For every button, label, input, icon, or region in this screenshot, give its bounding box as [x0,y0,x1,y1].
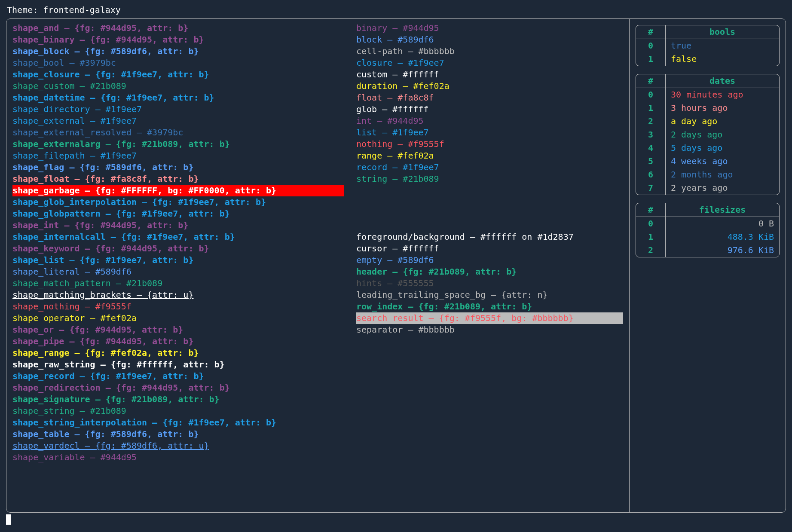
row-index: 2 [636,115,666,128]
types-list: binary – #944d95block – #589df6cell-path… [356,22,623,185]
theme-entry-search_result: search_result – {fg: #f9555f, bg: #bbbbb… [356,312,623,324]
theme-entry-shape_operator: shape_operator – #fef02a [12,312,344,324]
theme-entry-shape_raw_string: shape_raw_string – {fg: #ffffff, attr: b… [12,359,344,370]
col-index-header: # [636,25,666,39]
table-row: 2976.6 KiB [636,244,779,257]
table-row: 1false [636,52,779,66]
theme-entry-shape_internalcall: shape_internalcall – {fg: #1f9ee7, attr:… [12,231,344,243]
col-index-header: # [636,203,666,217]
theme-entry-shape_signature: shape_signature – {fg: #21b089, attr: b} [12,394,344,405]
title-prefix: Theme: [7,5,43,15]
theme-entry-shape_string: shape_string – #21b089 [12,405,344,417]
terminal-cursor [6,514,11,525]
examples-column: # bools 0true1false # dates 030 minutes … [630,19,786,512]
row-value: 488.3 KiB [666,230,780,244]
theme-entry-shape_bool: shape_bool – #3979bc [12,57,344,69]
table-row: 0true [636,39,779,53]
theme-entry-shape_datetime: shape_datetime – {fg: #1f9ee7, attr: b} [12,92,344,104]
misc-list: foreground/background – #ffffff on #1d28… [356,231,623,336]
row-index: 3 [636,128,666,141]
theme-entry-shape_flag: shape_flag – {fg: #589df6, attr: b} [12,162,344,173]
table-row: 32 days ago [636,128,779,141]
theme-entry-shape_external: shape_external – #1f9ee7 [12,115,344,127]
theme-entry-shape_custom: shape_custom – #21b089 [12,80,344,92]
row-index: 0 [636,88,666,102]
table-row: 1488.3 KiB [636,230,779,244]
row-index: 7 [636,181,666,195]
table-row: 45 days ago [636,141,779,155]
theme-entry-cursor: cursor – #ffffff [356,243,623,254]
row-value: 2 years ago [666,181,780,195]
row-value: false [666,52,780,66]
row-value: 5 days ago [666,141,780,155]
row-value: 0 B [666,217,780,231]
theme-entry-shape_glob_interpolation: shape_glob_interpolation – {fg: #1f9ee7,… [12,196,344,208]
theme-entry-shape_externalarg: shape_externalarg – {fg: #21b089, attr: … [12,138,344,150]
shapes-column: shape_and – {fg: #944d95, attr: b}shape_… [6,19,350,512]
row-value: 4 weeks ago [666,155,780,168]
types-misc-column: binary – #944d95block – #589df6cell-path… [350,19,630,512]
theme-entry-shape_or: shape_or – {fg: #944d95, attr: b} [12,324,344,336]
spacer [356,185,623,231]
theme-entry-record: record – #1f9ee7 [356,162,623,173]
row-index: 5 [636,155,666,168]
theme-entry-shape_table: shape_table – {fg: #589df6, attr: b} [12,428,344,440]
table-row: 13 hours ago [636,101,779,115]
table-row: 54 weeks ago [636,155,779,168]
table-row: 2a day ago [636,115,779,128]
table-row: 00 B [636,217,779,231]
bools-header: bools [666,25,780,39]
row-index: 2 [636,244,666,257]
theme-entry-shape_string_interpolation: shape_string_interpolation – {fg: #1f9ee… [12,417,344,428]
theme-entry-shape_directory: shape_directory – #1f9ee7 [12,104,344,115]
row-value: 2 days ago [666,128,780,141]
dates-table: # dates 030 minutes ago13 hours ago2a da… [636,74,780,195]
row-index: 0 [636,39,666,53]
theme-entry-hints: hints – #555555 [356,278,623,289]
row-value: 3 hours ago [666,101,780,115]
theme-entry-float: float – #fa8c8f [356,92,623,104]
theme-entry-separator: separator – #bbbbbb [356,324,623,336]
row-value: 976.6 KiB [666,244,780,257]
theme-entry-shape_globpattern: shape_globpattern – {fg: #1f9ee7, attr: … [12,208,344,220]
theme-entry-shape_nothing: shape_nothing – #f9555f [12,301,344,312]
theme-entry-shape_keyword: shape_keyword – {fg: #944d95, attr: b} [12,243,344,254]
table-row: 72 years ago [636,181,779,195]
theme-entry-cell-path: cell-path – #bbbbbb [356,46,623,57]
theme-entry-list: list – #1f9ee7 [356,127,623,138]
row-index: 0 [636,217,666,231]
theme-entry-empty: empty – #589df6 [356,254,623,266]
bools-table: # bools 0true1false [636,25,780,66]
theme-entry-shape_literal: shape_literal – #589df6 [12,266,344,278]
theme-entry-shape_pipe: shape_pipe – {fg: #944d95, attr: b} [12,336,344,347]
row-index: 1 [636,52,666,66]
theme-entry-binary: binary – #944d95 [356,22,623,34]
theme-entry-shape_record: shape_record – {fg: #1f9ee7, attr: b} [12,370,344,382]
theme-entry-shape_int: shape_int – {fg: #944d95, attr: b} [12,220,344,231]
theme-title: Theme: frontend-galaxy [7,4,786,16]
theme-entry-range: range – #fef02a [356,150,623,162]
row-value: 30 minutes ago [666,88,780,102]
filesizes-header: filesizes [666,203,780,217]
theme-entry-shape_and: shape_and – {fg: #944d95, attr: b} [12,22,344,34]
theme-entry-custom: custom – #ffffff [356,69,623,80]
theme-entry-shape_vardecl: shape_vardecl – {fg: #589df6, attr: u} [12,440,344,452]
theme-entry-shape_closure: shape_closure – {fg: #1f9ee7, attr: b} [12,69,344,80]
theme-entry-foreground/background: foreground/background – #ffffff on #1d28… [356,231,623,243]
theme-entry-shape_variable: shape_variable – #944d95 [12,452,344,463]
row-index: 4 [636,141,666,155]
theme-entry-string: string – #21b089 [356,173,623,185]
theme-entry-shape_matching_brackets: shape_matching_brackets – {attr: u} [12,289,344,301]
theme-entry-shape_filepath: shape_filepath – #1f9ee7 [12,150,344,162]
table-row: 030 minutes ago [636,88,779,102]
theme-entry-leading_trailing_space_bg: leading_trailing_space_bg – {attr: n} [356,289,623,301]
col-index-header: # [636,74,666,88]
theme-entry-shape_range: shape_range – {fg: #fef02a, attr: b} [12,347,344,359]
row-value: 2 months ago [666,168,780,181]
row-index: 1 [636,101,666,115]
row-index: 6 [636,168,666,181]
dates-header: dates [666,74,780,88]
theme-entry-shape_float: shape_float – {fg: #fa8c8f, attr: b} [12,173,344,185]
row-value: true [666,39,780,53]
theme-entry-row_index: row_index – {fg: #21b089, attr: b} [356,301,623,312]
